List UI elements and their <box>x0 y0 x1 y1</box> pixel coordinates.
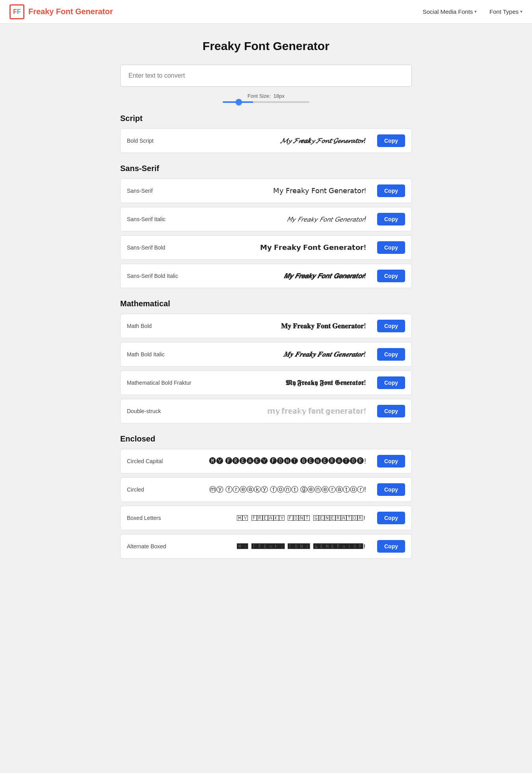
font-preview: 𝓜𝔂 𝓕𝓻𝒆𝒂𝒌𝔂 𝓕𝓸𝓷𝓽 𝓖𝓮𝓷𝓮𝓻𝓪𝓽𝓸𝓻! <box>203 137 372 145</box>
section-header-mathematical: Mathematical <box>120 299 412 308</box>
main-content: Freaky Font Generator Font Size: 18px Sc… <box>112 24 420 586</box>
logo: FF Freaky Font Generator <box>9 4 113 19</box>
font-preview: 𝐌𝐲 𝐅𝐫𝐞𝐚𝐤𝐲 𝐅𝐨𝐧𝐭 𝐆𝐞𝐧𝐞𝐫𝐚𝐭𝐨𝐫! <box>203 322 372 330</box>
nav-links: Social Media Fonts ▾ Font Types ▾ <box>423 8 523 15</box>
font-preview: 𝕞𝕪 𝕗𝕣𝕖𝕒𝕜𝕪 𝕗𝕠𝕟𝕥 𝕘𝕖𝕟𝕖𝕣𝕒𝕥𝕠𝕣! <box>203 407 372 415</box>
font-name-label: Mathematical Bold Fraktur <box>127 380 198 386</box>
page-title: Freaky Font Generator <box>120 39 412 53</box>
font-row: Boxed Letters🄼🅈 🄵🅁🄴🄰🄺🅈 🄵🄾🄽🅃 🄶🄴🄽🄴🅁🄰🅃🄾🅁!Co… <box>120 506 412 530</box>
copy-button-double-struck[interactable]: Copy <box>377 405 405 417</box>
font-size-label: Font Size: 18px <box>247 93 285 99</box>
font-row: Math Bold Italic𝑴𝒚 𝑭𝒓𝒆𝒂𝒌𝒚 𝑭𝒐𝒏𝒕 𝑮𝒆𝒏𝒆𝒓𝒂𝒕𝒐𝒓… <box>120 342 412 367</box>
sections-container: ScriptBold Script𝓜𝔂 𝓕𝓻𝒆𝒂𝒌𝔂 𝓕𝓸𝓷𝓽 𝓖𝓮𝓷𝓮𝓻𝓪𝓽𝓸… <box>120 114 412 559</box>
logo-text: Freaky Font Generator <box>28 7 113 16</box>
logo-icon: FF <box>9 4 24 19</box>
font-preview: ⓜⓨ ⓕⓡⓔⓐⓚⓨ ⓕⓞⓝⓣ ⓖⓔⓝⓔⓡⓐⓣⓞⓡ! <box>203 485 372 494</box>
section-header-sans-serif: Sans-Serif <box>120 164 412 173</box>
font-row: Circledⓜⓨ ⓕⓡⓔⓐⓚⓨ ⓕⓞⓝⓣ ⓖⓔⓝⓔⓡⓐⓣⓞⓡ!Copy <box>120 477 412 502</box>
copy-button-math-bold[interactable]: Copy <box>377 320 405 332</box>
copy-button-bold-script[interactable]: Copy <box>377 134 405 147</box>
copy-button-sans-serif-bold[interactable]: Copy <box>377 241 405 254</box>
font-name-label: Sans-Serif Italic <box>127 216 198 222</box>
font-row: Alternate Boxed🅼🆈 🅵🆁🅴🅰🅺🆈 🅵🅾🅽🆃 🅶🅴🅽🅴🆁🅰🆃🅾🆁!… <box>120 534 412 559</box>
copy-button-alternate-boxed[interactable]: Copy <box>377 540 405 553</box>
font-name-label: Alternate Boxed <box>127 543 198 549</box>
font-name-label: Sans-Serif Bold Italic <box>127 273 198 279</box>
font-preview: 𝘔𝘺 𝘍𝘳𝘦𝘢𝘬𝘺 𝘍𝘰𝘯𝘵 𝘎𝘦𝘯𝘦𝘳𝘢𝘵𝘰𝘳! <box>203 215 372 224</box>
font-preview: 🄼🅈 🄵🅁🄴🄰🄺🅈 🄵🄾🄽🅃 🄶🄴🄽🄴🅁🄰🅃🄾🅁! <box>203 515 372 521</box>
font-preview: 🅜🅨 🅕🅡🅔🅐🅚🅨 🅕🅞🅝🅣 🅖🅔🅝🅔🅡🅐🅣🅞🅡! <box>203 457 372 466</box>
font-name-label: Boxed Letters <box>127 515 198 521</box>
copy-button-mathematical-bold-fraktur[interactable]: Copy <box>377 376 405 389</box>
font-row: Sans-Serif Bold Italic𝙈𝙮 𝙁𝙧𝙚𝙖𝙠𝙮 𝙁𝙤𝙣𝙩 𝙂𝙚𝙣… <box>120 264 412 288</box>
font-size-slider[interactable] <box>223 101 309 103</box>
font-name-label: Math Bold Italic <box>127 351 198 358</box>
font-size-control: Font Size: 18px <box>120 93 412 103</box>
font-name-label: Circled <box>127 486 198 493</box>
font-preview: 𝙈𝙮 𝙁𝙧𝙚𝙖𝙠𝙮 𝙁𝙤𝙣𝙩 𝙂𝙚𝙣𝙚𝙧𝙖𝙩𝙤𝙧! <box>203 272 372 280</box>
chevron-down-icon: ▾ <box>520 9 523 14</box>
copy-button-sans-serif-italic[interactable]: Copy <box>377 213 405 225</box>
copy-button-sans-serif[interactable]: Copy <box>377 184 405 197</box>
copy-button-sans-serif-bold-italic[interactable]: Copy <box>377 270 405 282</box>
font-row: Circled Capital🅜🅨 🅕🅡🅔🅐🅚🅨 🅕🅞🅝🅣 🅖🅔🅝🅔🅡🅐🅣🅞🅡!… <box>120 449 412 473</box>
font-preview: 𝕸𝖞 𝕱𝖗𝖊𝖆𝖐𝖞 𝕱𝖔𝖓𝖙 𝕲𝖊𝖓𝖊𝖗𝖆𝖙𝖔𝖗! <box>203 379 372 387</box>
copy-button-boxed-letters[interactable]: Copy <box>377 512 405 524</box>
font-preview: 𝖬𝗒 𝖥𝗋𝖾𝖺𝗄𝗒 𝖥𝗈𝗇𝗍 𝖦𝖾𝗇𝖾𝗋𝖺𝗍𝗈𝗋! <box>203 186 372 195</box>
font-row: Sans-Serif Italic𝘔𝘺 𝘍𝘳𝘦𝘢𝘬𝘺 𝘍𝘰𝘯𝘵 𝘎𝘦𝘯𝘦𝘳𝘢𝘵𝘰… <box>120 207 412 231</box>
copy-button-math-bold-italic[interactable]: Copy <box>377 348 405 361</box>
section-header-enclosed: Enclosed <box>120 434 412 443</box>
text-input[interactable] <box>120 65 412 87</box>
font-row: Mathematical Bold Fraktur𝕸𝖞 𝕱𝖗𝖊𝖆𝖐𝖞 𝕱𝖔𝖓𝖙 … <box>120 371 412 395</box>
chevron-down-icon: ▾ <box>474 9 477 14</box>
navbar: FF Freaky Font Generator Social Media Fo… <box>0 0 532 24</box>
font-name-label: Sans-Serif Bold <box>127 244 198 251</box>
font-row: Double-struck𝕞𝕪 𝕗𝕣𝕖𝕒𝕜𝕪 𝕗𝕠𝕟𝕥 𝕘𝕖𝕟𝕖𝕣𝕒𝕥𝕠𝕣!Co… <box>120 399 412 423</box>
copy-button-circled[interactable]: Copy <box>377 483 405 496</box>
font-preview: 🅼🆈 🅵🆁🅴🅰🅺🆈 🅵🅾🅽🆃 🅶🅴🅽🅴🆁🅰🆃🅾🆁! <box>203 543 372 549</box>
section-header-script: Script <box>120 114 412 123</box>
font-row: Math Bold𝐌𝐲 𝐅𝐫𝐞𝐚𝐤𝐲 𝐅𝐨𝐧𝐭 𝐆𝐞𝐧𝐞𝐫𝐚𝐭𝐨𝐫!Copy <box>120 314 412 338</box>
font-name-label: Math Bold <box>127 323 198 329</box>
font-row: Sans-Serif Bold𝗠𝘆 𝗙𝗿𝗲𝗮𝗸𝘆 𝗙𝗼𝗻𝘁 𝗚𝗲𝗻𝗲𝗿𝗮𝘁𝗼𝗿!… <box>120 235 412 260</box>
font-preview: 𝑴𝒚 𝑭𝒓𝒆𝒂𝒌𝒚 𝑭𝒐𝒏𝒕 𝑮𝒆𝒏𝒆𝒓𝒂𝒕𝒐𝒓! <box>203 350 372 359</box>
font-name-label: Bold Script <box>127 138 198 144</box>
font-row: Sans-Serif𝖬𝗒 𝖥𝗋𝖾𝖺𝗄𝗒 𝖥𝗈𝗇𝗍 𝖦𝖾𝗇𝖾𝗋𝖺𝗍𝗈𝗋!Copy <box>120 179 412 203</box>
font-row: Bold Script𝓜𝔂 𝓕𝓻𝒆𝒂𝒌𝔂 𝓕𝓸𝓷𝓽 𝓖𝓮𝓷𝓮𝓻𝓪𝓽𝓸𝓻!Copy <box>120 129 412 153</box>
font-name-label: Circled Capital <box>127 458 198 464</box>
nav-social-media-fonts[interactable]: Social Media Fonts ▾ <box>423 8 477 15</box>
nav-font-types[interactable]: Font Types ▾ <box>489 8 523 15</box>
font-name-label: Sans-Serif <box>127 188 198 194</box>
font-preview: 𝗠𝘆 𝗙𝗿𝗲𝗮𝗸𝘆 𝗙𝗼𝗻𝘁 𝗚𝗲𝗻𝗲𝗿𝗮𝘁𝗼𝗿! <box>203 243 372 252</box>
copy-button-circled-capital[interactable]: Copy <box>377 455 405 468</box>
font-name-label: Double-struck <box>127 408 198 414</box>
